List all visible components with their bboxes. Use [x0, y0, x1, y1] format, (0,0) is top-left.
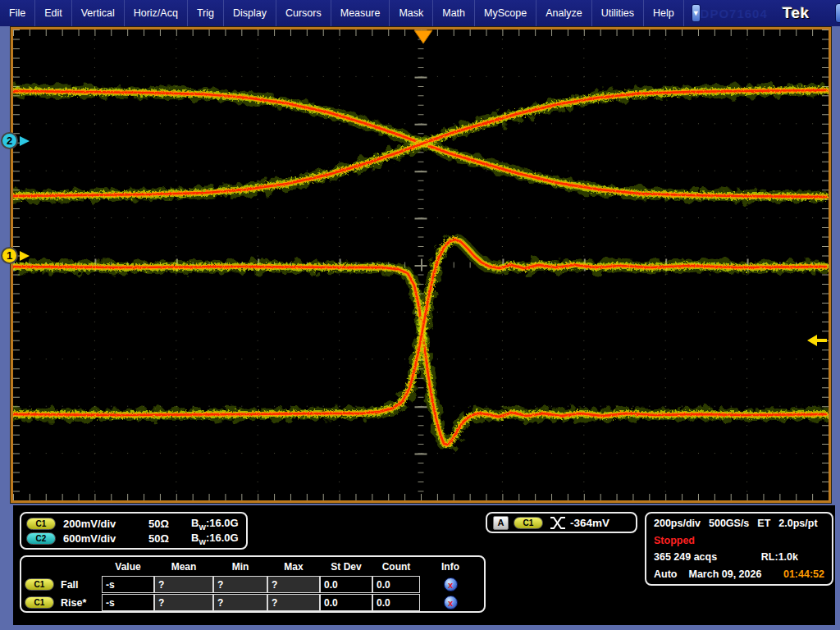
graticule-display [11, 27, 831, 503]
record-length: RL:1.0k [761, 551, 824, 563]
channel2-position-marker[interactable]: 2 [1, 132, 18, 149]
measurement-value-cell: -s [102, 576, 154, 593]
either-edge-icon [549, 516, 567, 530]
measurement-count-cell: 0.0 [372, 594, 420, 611]
menu-item-cursors[interactable]: Cursors [276, 0, 331, 26]
measurement-count-cell: 0.0 [372, 576, 420, 593]
measurement-name: Rise* [61, 597, 86, 609]
column-header-st-dev: St Dev [320, 559, 372, 575]
measurement-mean-cell: ? [154, 576, 213, 593]
datetime-row: Auto March 09, 2026 01:44:52 [654, 568, 824, 580]
trigger-source-badge: C1 [514, 517, 543, 529]
timebase-value: 200ps/div [654, 518, 701, 529]
measurement-table: ValueMeanMinMaxSt DevCountInfoC1Fall-s??… [25, 559, 481, 611]
trigger-level-value: -364mV [570, 517, 609, 529]
measurement-row-label[interactable]: C1Fall [25, 576, 102, 593]
waveform-canvas [13, 30, 829, 500]
measurement-info: x [420, 594, 481, 611]
horizontal-readout-box[interactable]: 200ps/div 500GS/s ET 2.0ps/pt Stopped 36… [645, 512, 833, 586]
column-header-info: Info [420, 559, 481, 575]
menu-item-mask[interactable]: Mask [390, 0, 433, 26]
menu-item-trig[interactable]: Trig [188, 0, 224, 26]
column-header-mean: Mean [154, 559, 213, 575]
channel2-impedance: 50Ω [148, 532, 191, 545]
menu-item-file[interactable]: File [0, 0, 35, 26]
measurement-min-cell: ? [213, 594, 267, 611]
acquisition-state: Stopped [654, 535, 824, 546]
channel2-readout[interactable]: C2 600mV/div 50Ω BW:16.0G [26, 532, 241, 546]
tek-logo: Tek [783, 4, 810, 22]
trigger-system-badge: A [493, 516, 509, 530]
delete-x-icon[interactable]: x [444, 596, 458, 609]
channel2-badge: C2 [26, 532, 56, 545]
column-header-count: Count [372, 559, 420, 575]
minimize-button[interactable]: — [835, 3, 840, 23]
channel1-impedance: 50Ω [148, 518, 191, 530]
channel1-badge: C1 [26, 518, 56, 530]
menu-item-utilities[interactable]: Utilities [592, 0, 644, 26]
trigger-mode: Auto [654, 568, 677, 580]
column-header-max: Max [267, 559, 320, 575]
trigger-position-marker[interactable] [414, 30, 432, 43]
measurement-info: x [420, 576, 481, 593]
chevron-down-icon: ▼ [692, 9, 700, 17]
measurement-row-label[interactable]: C1Rise* [25, 594, 102, 611]
menu-item-measure[interactable]: Measure [331, 0, 390, 26]
waveform-traces [13, 90, 826, 445]
channel2-scale: 600mV/div [63, 532, 148, 545]
measurement-name-header [25, 559, 102, 575]
channel-badge: C1 [25, 578, 54, 591]
channel2-marker-arrow-icon [20, 136, 30, 146]
menu-item-vertical[interactable]: Vertical [72, 0, 125, 26]
measurement-name: Fall [61, 579, 79, 591]
trace-ch2-rising [13, 90, 826, 196]
column-header-min: Min [213, 559, 267, 575]
menu-item-myscope[interactable]: MyScope [475, 0, 536, 26]
readout-panel: C1 200mV/div 50Ω BW:16.0G C2 600mV/div 5… [13, 505, 835, 625]
measurement-max-cell: ? [267, 594, 320, 611]
measurement-value-cell: -s [102, 594, 154, 611]
measurement-stdev-cell: 0.0 [320, 594, 372, 611]
resolution-value: 2.0ps/pt [778, 518, 817, 529]
channel2-bandwidth: BW:16.0G [191, 532, 239, 546]
menu-item-math[interactable]: Math [433, 0, 475, 26]
channel1-bandwidth: BW:16.0G [191, 517, 239, 532]
menu-item-horiz-acq[interactable]: Horiz/Acq [125, 0, 188, 26]
vertical-readout-box: C1 200mV/div 50Ω BW:16.0G C2 600mV/div 5… [20, 512, 248, 550]
channel1-scale: 200mV/div [63, 518, 148, 530]
time-value: 01:44:52 [783, 568, 824, 580]
menu-item-edit[interactable]: Edit [35, 0, 72, 26]
channel1-position-marker[interactable]: 1 [1, 247, 18, 264]
measurement-min-cell: ? [213, 576, 267, 593]
model-number-text: DPO71604 [701, 7, 768, 21]
sampling-mode: ET [757, 518, 770, 529]
menu-item-help[interactable]: Help [644, 0, 684, 26]
menu-items: FileEditVerticalHoriz/AcqTrigDisplayCurs… [0, 0, 684, 26]
channel-badge: C1 [25, 596, 54, 609]
delete-x-icon[interactable]: x [444, 578, 458, 591]
acquisition-counts: 365 249 acqs RL:1.0k [654, 551, 824, 563]
channel2-marker-label: 2 [7, 135, 12, 147]
measurement-max-cell: ? [267, 576, 320, 593]
channel1-marker-label: 1 [7, 249, 12, 262]
column-header-value: Value [102, 559, 154, 575]
sample-rate-value: 500GS/s [709, 518, 749, 529]
menu-bar: FileEditVerticalHoriz/AcqTrigDisplayCurs… [0, 0, 840, 26]
menu-item-display[interactable]: Display [224, 0, 276, 26]
acq-count: 365 249 acqs [654, 551, 717, 563]
trigger-level-arrow[interactable] [807, 335, 827, 346]
measurement-mean-cell: ? [154, 594, 213, 611]
horizontal-settings: 200ps/div 500GS/s ET 2.0ps/pt [654, 518, 824, 529]
measurement-stdev-cell: 0.0 [320, 576, 372, 593]
measurement-table-box: ValueMeanMinMaxSt DevCountInfoC1Fall-s??… [20, 555, 486, 613]
channel1-marker-arrow-icon [20, 251, 30, 261]
menu-item-analyze[interactable]: Analyze [536, 0, 591, 26]
trigger-readout-box[interactable]: A C1 -364mV [486, 512, 637, 533]
menu-overflow-dropdown-button[interactable]: ▼ [692, 4, 701, 22]
channel1-readout[interactable]: C1 200mV/div 50Ω BW:16.0G [26, 517, 241, 532]
menubar-right: DPO71604 Tek — X [701, 0, 840, 26]
date-value: March 09, 2026 [688, 568, 761, 580]
